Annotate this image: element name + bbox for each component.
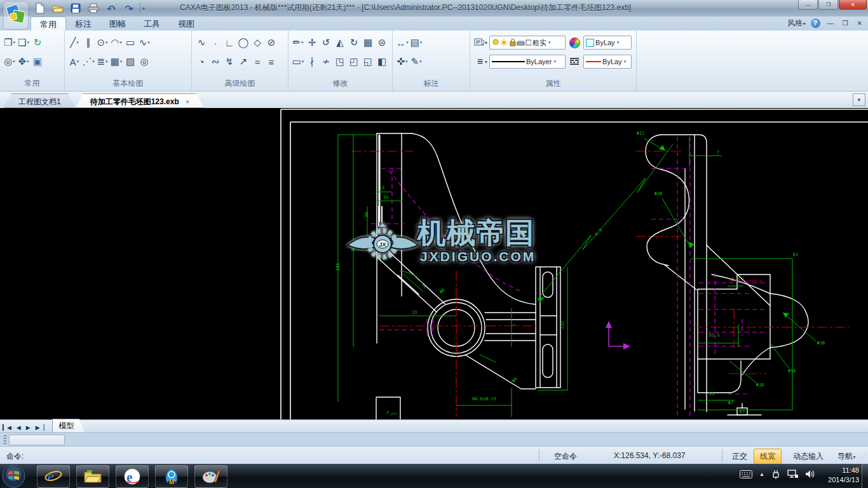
- paste-icon[interactable]: ❏▾: [17, 34, 31, 51]
- qat-customize-icon[interactable]: ▾: [142, 6, 145, 11]
- color-combo[interactable]: ByLay ▾: [583, 36, 632, 50]
- new-file-button[interactable]: [33, 2, 47, 15]
- line-icon[interactable]: ╱▾: [67, 34, 81, 51]
- taskbar-paint-button[interactable]: [194, 465, 227, 488]
- centerline-icon[interactable]: ≣▾: [95, 53, 109, 70]
- zoom-icon[interactable]: ◎▾: [3, 53, 17, 70]
- show-desktop-button[interactable]: [862, 464, 868, 488]
- shear-icon[interactable]: ◱: [361, 53, 375, 70]
- rotate-icon[interactable]: ↻: [347, 34, 361, 51]
- pick-icon[interactable]: ▣: [31, 53, 44, 70]
- doc-close-button[interactable]: ✕: [855, 20, 864, 27]
- pan-page-icon[interactable]: ✥▾: [17, 53, 31, 70]
- volume-icon[interactable]: [805, 470, 815, 478]
- linetype-combo[interactable]: ByLayer ▾: [489, 55, 566, 69]
- cloud-line-icon[interactable]: ≈: [250, 53, 264, 70]
- hidden-icons-arrow[interactable]: ▲: [759, 471, 764, 477]
- mirror-icon[interactable]: ◭: [333, 34, 347, 51]
- power-plug-icon[interactable]: [771, 469, 780, 479]
- ellipse-icon[interactable]: ◯: [236, 34, 250, 51]
- wave-line-icon[interactable]: ∾: [208, 53, 222, 70]
- ortho-toggle[interactable]: 正交: [732, 451, 747, 462]
- arc-icon[interactable]: ◠▾: [109, 34, 123, 51]
- redo-button[interactable]: ↷▾: [122, 2, 136, 15]
- spline-icon[interactable]: ∿: [194, 34, 208, 51]
- region-icon[interactable]: ◎: [137, 53, 151, 70]
- offset-icon[interactable]: ⊜: [375, 34, 389, 51]
- layer-combo[interactable]: 粗实 ▾: [489, 36, 566, 50]
- taskbar-clock[interactable]: 11:48 2014/3/13: [828, 466, 859, 485]
- polyline-icon[interactable]: ∿▾: [137, 34, 151, 51]
- save-button[interactable]: [69, 2, 83, 15]
- array-icon[interactable]: ▦: [361, 34, 375, 51]
- copy-rotate-icon[interactable]: ↺: [319, 34, 333, 51]
- color-wheel-icon[interactable]: [567, 34, 581, 51]
- tab-list-dropdown-icon[interactable]: ▼: [853, 93, 865, 106]
- start-button[interactable]: [2, 464, 25, 488]
- jog-line-icon[interactable]: ↯: [222, 53, 236, 70]
- move-icon[interactable]: ✛: [305, 34, 319, 51]
- doc-restore-button[interactable]: ❐: [841, 20, 850, 27]
- copy-icon[interactable]: ❐▾: [3, 34, 17, 51]
- ribbon-tab-常用[interactable]: 常用: [31, 17, 66, 31]
- angle-line-icon[interactable]: ∟: [222, 34, 236, 51]
- hatch-icon[interactable]: ▨: [123, 53, 137, 70]
- arrow-icon[interactable]: ↗: [236, 53, 250, 70]
- ribbon-tab-图幅[interactable]: 图幅: [100, 17, 135, 30]
- refresh-icon[interactable]: ↻: [31, 34, 44, 51]
- maximize-window-button[interactable]: ❐: [818, 0, 838, 10]
- linestyle-combo[interactable]: ByLay ▾: [583, 55, 632, 69]
- ime-keyboard-icon[interactable]: [740, 470, 752, 478]
- ribbon-tab-视图[interactable]: 视图: [169, 17, 203, 30]
- linewidth-toggle[interactable]: 线宽: [754, 449, 782, 464]
- help-icon[interactable]: ?: [811, 18, 820, 28]
- ribbon-tab-工具[interactable]: 工具: [135, 17, 169, 30]
- break-icon[interactable]: ∤: [305, 53, 319, 70]
- dot-icon[interactable]: ·: [208, 34, 222, 51]
- toolbar-grip[interactable]: [4, 435, 6, 444]
- extend-icon[interactable]: ≁: [319, 53, 333, 70]
- caxa-logo-icon[interactable]: [3, 1, 29, 30]
- circle-icon[interactable]: ⊙▾: [95, 34, 109, 51]
- fillet-icon[interactable]: ◧: [375, 53, 389, 70]
- style-menu-button[interactable]: 风格 ▾: [787, 18, 805, 29]
- next-sheet-icon[interactable]: ▶: [24, 423, 33, 433]
- erase-icon[interactable]: ✏▾: [291, 34, 305, 51]
- rectangle-icon[interactable]: ▭: [123, 34, 137, 51]
- undo-button[interactable]: ↶▾: [104, 2, 118, 15]
- scale-icon[interactable]: ◳: [333, 53, 347, 70]
- stretch-icon[interactable]: ◰: [347, 53, 361, 70]
- text-icon[interactable]: A▾: [67, 53, 81, 70]
- parallel-line-icon[interactable]: ∥: [81, 34, 95, 51]
- nav-toggle[interactable]: 导航 ▾: [837, 451, 855, 462]
- doc-tab-待加工零件毛坯图123.exb[interactable]: 待加工零件毛坯图123.exb×: [76, 93, 204, 108]
- datum-label-icon[interactable]: ▤▾: [409, 34, 423, 51]
- resize-grip[interactable]: ⋰: [860, 452, 867, 460]
- network-icon[interactable]: [787, 470, 798, 478]
- shaft-icon[interactable]: ≡: [264, 53, 278, 70]
- point-icon[interactable]: ⋰▾: [81, 53, 95, 70]
- ribbon-tab-标注[interactable]: 标注: [66, 17, 100, 30]
- block-icon[interactable]: ▦▾: [109, 53, 123, 70]
- open-file-button[interactable]: [51, 2, 65, 15]
- print-button[interactable]: [86, 2, 100, 15]
- prev-sheet-icon[interactable]: ◀: [14, 423, 24, 433]
- line-style-list-icon[interactable]: [567, 53, 581, 70]
- doc-minimize-button[interactable]: —: [825, 20, 836, 27]
- polygon-icon[interactable]: ◇: [250, 34, 264, 51]
- pie-icon[interactable]: ◔: [194, 53, 208, 70]
- dynamic-input-toggle[interactable]: 动态输入: [793, 451, 824, 462]
- minimize-window-button[interactable]: —: [798, 0, 818, 10]
- taskbar-ie-button[interactable]: e: [37, 465, 70, 488]
- drawing-canvas[interactable]: 1811001333366.3Φ613711586.6±0.15Φ6fΦ117Φ…: [0, 108, 868, 419]
- first-sheet-icon[interactable]: ▎◀: [0, 423, 14, 433]
- doc-tab-工程图文档1[interactable]: 工程图文档1: [4, 93, 76, 108]
- close-tab-icon[interactable]: ×: [186, 98, 189, 105]
- dimension-icon[interactable]: ↔▾: [395, 34, 409, 51]
- hole-icon[interactable]: ⊘: [264, 34, 278, 51]
- taskbar-caxa-button[interactable]: M: [155, 465, 188, 488]
- taskbar-explorer-button[interactable]: [76, 465, 109, 488]
- close-window-button[interactable]: ✕: [839, 0, 867, 10]
- last-sheet-icon[interactable]: ▶▕: [33, 423, 47, 433]
- taskbar-browser-button[interactable]: e: [116, 465, 149, 488]
